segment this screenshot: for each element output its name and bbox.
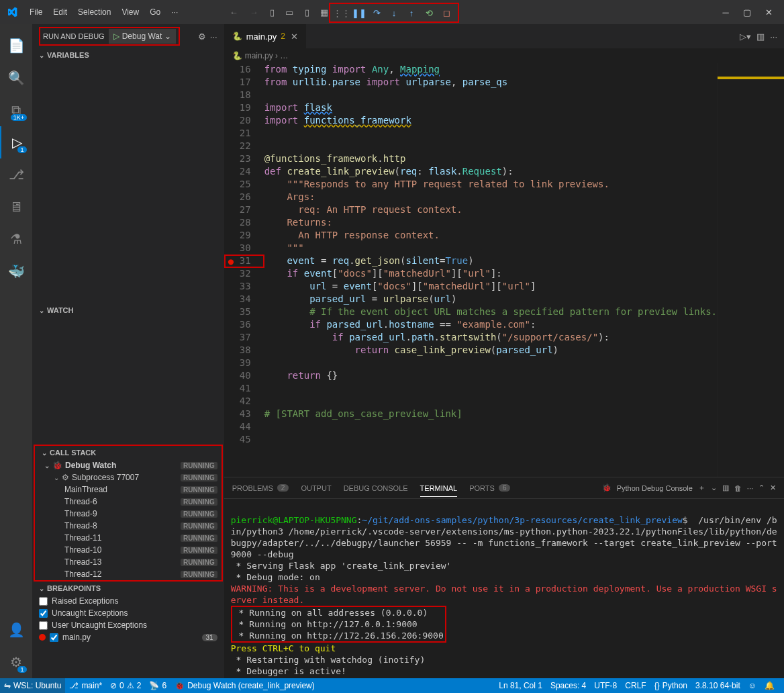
more-actions-icon[interactable]: ··· — [210, 32, 217, 42]
git-branch[interactable]: ⎇main* — [65, 681, 106, 690]
breakpoints-section-header[interactable]: ⌄BREAKPOINTS — [32, 582, 224, 595]
editor-tab-main[interactable]: 🐍 main.py 2 ✕ — [224, 24, 307, 48]
close-icon[interactable]: ✕ — [291, 32, 298, 42]
feedback-icon[interactable]: ☺ — [744, 681, 761, 690]
callstack-root[interactable]: ⌄🐞 Debug Watch RUNNING — [35, 459, 222, 471]
terminal-profile-label[interactable]: Python Debug Console — [617, 484, 693, 492]
split-terminal-icon[interactable]: ▥ — [722, 483, 729, 492]
callstack-thread[interactable]: Thread-11RUNNING — [35, 532, 222, 544]
python-interpreter[interactable]: 3.8.10 64-bit — [691, 681, 744, 690]
callstack-section-header[interactable]: ⌄CALL STACK — [35, 446, 222, 459]
menu-selection[interactable]: Selection — [72, 5, 116, 19]
nav-forward-icon[interactable]: → — [244, 3, 263, 21]
debug-toolbar[interactable]: ⋮⋮ ❚❚ ↷ ↓ ↑ ⟲ ◻ — [329, 3, 459, 23]
debug-config-dropdown[interactable]: ▷ Debug Wat ⌄ — [109, 29, 177, 44]
layout-panel-icon[interactable]: ▭ — [281, 4, 297, 20]
breakpoint-category[interactable]: Uncaught Exceptions — [32, 607, 224, 619]
callstack-thread[interactable]: Thread-13RUNNING — [35, 556, 222, 568]
pause-icon[interactable]: ❚❚ — [350, 4, 368, 21]
activity-testing[interactable]: ⚗ — [0, 223, 32, 255]
window-close-icon[interactable]: ✕ — [758, 2, 779, 22]
eol-status[interactable]: CRLF — [621, 681, 650, 690]
watch-section-header[interactable]: ⌄WATCH — [32, 304, 224, 317]
callstack-thread[interactable]: Thread-9RUNNING — [35, 508, 222, 520]
breakpoint-checkbox[interactable] — [39, 597, 48, 606]
code-editor[interactable]: 161718192021222324252627282930●313233343… — [224, 63, 717, 477]
menu-···[interactable]: ··· — [166, 5, 183, 19]
more-actions-icon[interactable]: ··· — [770, 32, 777, 42]
panel-tab-ports[interactable]: PORTS6 — [469, 484, 510, 492]
step-out-icon[interactable]: ↑ — [403, 4, 420, 21]
variables-section-header[interactable]: ⌄VARIABLES — [32, 48, 224, 62]
breakpoint-checkbox[interactable] — [39, 621, 48, 630]
layout-sidebar-right-icon[interactable]: ▯ — [299, 4, 315, 20]
restart-icon[interactable]: ⟲ — [420, 4, 438, 21]
python-file-icon: 🐍 — [232, 32, 242, 41]
panel-tab-debug-console[interactable]: DEBUG CONSOLE — [344, 484, 408, 492]
drag-handle-icon[interactable]: ⋮⋮ — [333, 4, 350, 21]
bug-icon: 🐞 — [52, 461, 62, 470]
encoding-status[interactable]: UTF-8 — [590, 681, 621, 690]
breakpoint-checkbox[interactable] — [39, 609, 48, 618]
split-editor-icon[interactable]: ▥ — [756, 32, 765, 42]
activity-extensions[interactable]: ⧉1K+ — [0, 94, 32, 126]
debug-status[interactable]: 🐞Debug Watch (create_link_preview) — [170, 681, 319, 690]
activity-docker[interactable]: 🐳 — [0, 255, 32, 287]
menu-go[interactable]: Go — [144, 5, 166, 19]
activity-run-debug[interactable]: ▷1 — [0, 126, 32, 158]
step-over-icon[interactable]: ↷ — [368, 4, 385, 21]
line-gutter[interactable]: 161718192021222324252627282930●313233343… — [224, 63, 264, 477]
nav-back-icon[interactable]: ← — [224, 3, 243, 21]
code-content[interactable]: from typing import Any, Mappingfrom urll… — [264, 63, 717, 477]
gear-icon[interactable]: ⚙ — [198, 32, 206, 42]
run-play-icon[interactable]: ▷▾ — [740, 32, 751, 42]
panel-tab-terminal[interactable]: TERMINAL — [420, 484, 458, 497]
breadcrumb[interactable]: 🐍 main.py › … — [224, 48, 784, 63]
more-actions-icon[interactable]: ··· — [747, 484, 753, 492]
testing-icon: ⚗ — [10, 231, 22, 247]
activity-search[interactable]: 🔍 — [0, 62, 32, 94]
breakpoint-file-row[interactable]: main.py 31 — [32, 631, 224, 643]
menu-file[interactable]: File — [24, 5, 48, 19]
activity-settings[interactable]: ⚙1 — [0, 646, 32, 678]
minimap[interactable] — [717, 63, 784, 477]
bug-icon: ⚙ — [62, 473, 69, 482]
remote-indicator[interactable]: ⇋WSL: Ubuntu — [0, 678, 65, 693]
window-minimize-icon[interactable]: ─ — [716, 2, 736, 22]
start-debug-icon[interactable]: ▷ — [113, 32, 119, 41]
notifications-icon[interactable]: 🔔 — [761, 681, 779, 690]
kill-terminal-icon[interactable]: 🗑 — [734, 484, 742, 492]
activity-explorer[interactable]: 📄 — [0, 30, 32, 62]
close-panel-icon[interactable]: ✕ — [770, 483, 776, 492]
callstack-thread[interactable]: MainThreadRUNNING — [35, 483, 222, 496]
problems-status[interactable]: ⊘0⚠2 — [106, 681, 145, 690]
ports-status[interactable]: 📡6 — [145, 681, 170, 690]
callstack-thread[interactable]: Thread-10RUNNING — [35, 544, 222, 556]
callstack-thread[interactable]: Thread-12RUNNING — [35, 568, 222, 580]
new-terminal-icon[interactable]: ＋ — [698, 483, 705, 493]
language-mode[interactable]: {}Python — [650, 681, 691, 690]
stop-icon[interactable]: ◻ — [438, 4, 455, 21]
activity-accounts[interactable]: 👤 — [0, 614, 32, 646]
panel-tab-output[interactable]: OUTPUT — [301, 484, 331, 492]
callstack-subprocess[interactable]: ⌄⚙ Subprocess 77007 RUNNING — [35, 471, 222, 483]
activity-remote-explorer[interactable]: 🖥 — [0, 191, 32, 223]
layout-sidebar-left-icon[interactable]: ▯ — [264, 4, 280, 20]
menu-edit[interactable]: Edit — [48, 5, 72, 19]
indentation-status[interactable]: Spaces: 4 — [546, 681, 590, 690]
breakpoint-checkbox[interactable] — [50, 633, 58, 642]
step-into-icon[interactable]: ↓ — [385, 4, 403, 21]
breakpoint-category[interactable]: Raised Exceptions — [32, 595, 224, 607]
terminal-body[interactable]: pierrick@LAPTOP-HKU5PNNG:~/git/add-ons-s… — [224, 499, 784, 678]
chevron-down-icon[interactable]: ⌄ — [711, 483, 717, 492]
window-maximize-icon[interactable]: ▢ — [737, 2, 757, 22]
callstack-thread[interactable]: Thread-6RUNNING — [35, 496, 222, 508]
menu-view[interactable]: View — [116, 5, 144, 19]
cursor-position[interactable]: Ln 81, Col 1 — [495, 681, 546, 690]
breakpoint-category[interactable]: User Uncaught Exceptions — [32, 619, 224, 631]
maximize-panel-icon[interactable]: ⌃ — [758, 483, 765, 492]
activity-source-control[interactable]: ⎇ — [0, 158, 32, 191]
callstack-thread[interactable]: Thread-8RUNNING — [35, 520, 222, 532]
panel-tab-problems[interactable]: PROBLEMS2 — [232, 484, 289, 492]
warning-icon: ⚠ — [127, 681, 134, 690]
